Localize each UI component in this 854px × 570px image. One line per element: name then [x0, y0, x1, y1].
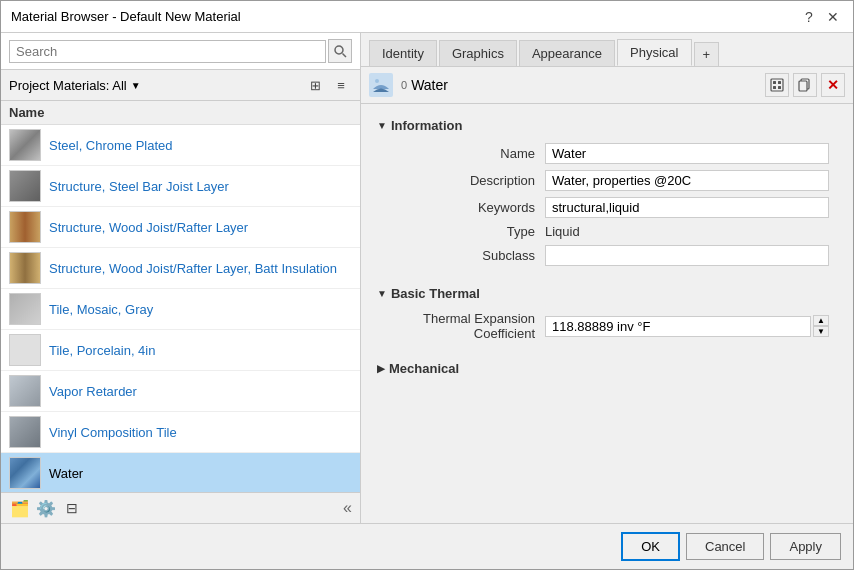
- tab-graphics[interactable]: Graphics: [439, 40, 517, 66]
- material-item-name: Structure, Steel Bar Joist Layer: [49, 179, 229, 194]
- description-field-row: Description: [385, 170, 829, 191]
- basic-thermal-chevron-icon: ▼: [377, 288, 387, 299]
- search-bar: [1, 33, 360, 70]
- project-icons: ⊞ ≡: [304, 74, 352, 96]
- ok-button[interactable]: OK: [621, 532, 680, 561]
- material-browser-dialog: Material Browser - Default New Material …: [0, 0, 854, 570]
- list-item[interactable]: Steel, Chrome Plated: [1, 125, 360, 166]
- list-header: Name: [1, 101, 360, 125]
- material-thumbnail: [9, 416, 41, 448]
- basic-thermal-section-label: Basic Thermal: [391, 286, 480, 301]
- list-item[interactable]: Water: [1, 453, 360, 492]
- name-label: Name: [385, 146, 545, 161]
- spinner-down-button[interactable]: ▼: [813, 326, 829, 337]
- left-panel: Project Materials: All ▼ ⊞ ≡ Name Steel,…: [1, 33, 361, 523]
- right-panel: IdentityGraphicsAppearancePhysical+ 0 Wa…: [361, 33, 853, 523]
- tab-bar: IdentityGraphicsAppearancePhysical+: [361, 33, 853, 67]
- list-view-button[interactable]: ≡: [330, 74, 352, 96]
- collapse-panel-button[interactable]: «: [343, 499, 352, 517]
- delete-button[interactable]: ✕: [821, 73, 845, 97]
- svg-rect-8: [778, 86, 781, 89]
- spinner-up-button[interactable]: ▲: [813, 315, 829, 326]
- panel-content: ▼ Information Name Description: [361, 104, 853, 523]
- project-label-text: Project Materials: All: [9, 78, 127, 93]
- thermal-input[interactable]: [545, 316, 811, 337]
- material-item-name: Structure, Wood Joist/Rafter Layer: [49, 220, 248, 235]
- help-button[interactable]: ?: [799, 7, 819, 27]
- add-material-button[interactable]: 🗂️: [9, 497, 31, 519]
- tab-identity[interactable]: Identity: [369, 40, 437, 66]
- subclass-value: [545, 245, 829, 266]
- list-item[interactable]: Structure, Wood Joist/Rafter Layer, Batt…: [1, 248, 360, 289]
- material-thumbnail: [9, 252, 41, 284]
- type-field-row: Type Liquid: [385, 224, 829, 239]
- name-field-row: Name: [385, 143, 829, 164]
- tab-physical[interactable]: Physical: [617, 39, 691, 66]
- material-item-name: Tile, Mosaic, Gray: [49, 302, 153, 317]
- footer-action-icons: 🗂️ ⚙️ ⊟: [9, 497, 83, 519]
- svg-rect-4: [771, 79, 783, 91]
- grid-view-button[interactable]: ⊞: [304, 74, 326, 96]
- description-input[interactable]: [545, 170, 829, 191]
- copy-button[interactable]: [793, 73, 817, 97]
- material-title: Water: [411, 77, 765, 93]
- keywords-field-row: Keywords: [385, 197, 829, 218]
- material-thumbnail: [9, 375, 41, 407]
- basic-thermal-section-header[interactable]: ▼ Basic Thermal: [369, 280, 845, 307]
- thermal-field-row: Thermal Expansion Coefficient ▲ ▼: [385, 311, 829, 341]
- badge-zero: 0: [401, 79, 407, 91]
- description-label: Description: [385, 173, 545, 188]
- home-button[interactable]: [765, 73, 789, 97]
- close-button[interactable]: ✕: [823, 7, 843, 27]
- svg-rect-7: [773, 86, 776, 89]
- material-item-name: Structure, Wood Joist/Rafter Layer, Batt…: [49, 261, 337, 276]
- information-section-label: Information: [391, 118, 463, 133]
- mechanical-section-header[interactable]: ▶ Mechanical: [369, 355, 845, 382]
- name-input[interactable]: [545, 143, 829, 164]
- settings-button[interactable]: ⚙️: [35, 497, 57, 519]
- apply-button[interactable]: Apply: [770, 533, 841, 560]
- material-thumbnail: [9, 334, 41, 366]
- svg-point-0: [335, 46, 343, 54]
- list-item[interactable]: Tile, Porcelain, 4in: [1, 330, 360, 371]
- title-controls: ? ✕: [799, 7, 843, 27]
- cancel-button[interactable]: Cancel: [686, 533, 764, 560]
- material-item-name: Vinyl Composition Tile: [49, 425, 177, 440]
- list-item[interactable]: Vapor Retarder: [1, 371, 360, 412]
- subclass-input[interactable]: [545, 245, 829, 266]
- keywords-input[interactable]: [545, 197, 829, 218]
- information-section-header[interactable]: ▼ Information: [369, 112, 845, 139]
- list-item[interactable]: Tile, Mosaic, Gray: [1, 289, 360, 330]
- list-item[interactable]: Vinyl Composition Tile: [1, 412, 360, 453]
- svg-rect-6: [778, 81, 781, 84]
- tab-add[interactable]: +: [694, 42, 720, 66]
- svg-rect-10: [799, 81, 807, 91]
- left-footer: 🗂️ ⚙️ ⊟ «: [1, 492, 360, 523]
- dialog-footer: OK Cancel Apply: [1, 523, 853, 569]
- type-value: Liquid: [545, 224, 829, 239]
- material-thumbnail: [9, 211, 41, 243]
- list-item[interactable]: Structure, Wood Joist/Rafter Layer: [1, 207, 360, 248]
- list-item[interactable]: Structure, Steel Bar Joist Layer: [1, 166, 360, 207]
- subclass-field-row: Subclass: [385, 245, 829, 266]
- keywords-label: Keywords: [385, 200, 545, 215]
- project-label[interactable]: Project Materials: All ▼: [9, 78, 141, 93]
- material-item-name: Steel, Chrome Plated: [49, 138, 173, 153]
- material-item-name: Vapor Retarder: [49, 384, 137, 399]
- search-icon: [333, 44, 347, 58]
- svg-rect-5: [773, 81, 776, 84]
- material-list[interactable]: Steel, Chrome PlatedStructure, Steel Bar…: [1, 125, 360, 492]
- main-content: Project Materials: All ▼ ⊞ ≡ Name Steel,…: [1, 33, 853, 523]
- tab-appearance[interactable]: Appearance: [519, 40, 615, 66]
- svg-point-3: [375, 79, 379, 83]
- mechanical-chevron-icon: ▶: [377, 363, 385, 374]
- dialog-title: Material Browser - Default New Material: [11, 9, 241, 24]
- information-section-content: Name Description Keywords: [369, 139, 845, 280]
- duplicate-button[interactable]: ⊟: [61, 497, 83, 519]
- material-item-name: Tile, Porcelain, 4in: [49, 343, 155, 358]
- copy-icon: [798, 78, 812, 92]
- search-button[interactable]: [328, 39, 352, 63]
- mechanical-section-label: Mechanical: [389, 361, 459, 376]
- search-input[interactable]: [9, 40, 326, 63]
- basic-thermal-section-content: Thermal Expansion Coefficient ▲ ▼: [369, 307, 845, 355]
